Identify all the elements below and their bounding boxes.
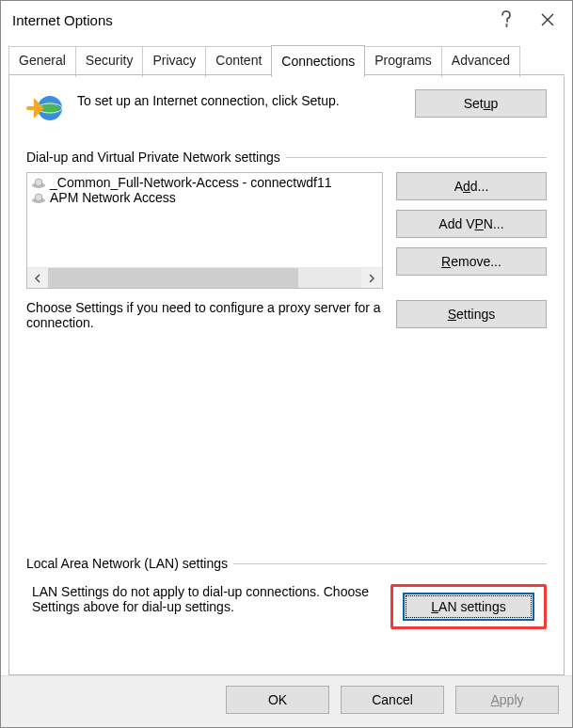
scroll-thumb[interactable] (48, 268, 298, 288)
lan-highlight: LAN settings (390, 584, 547, 629)
dialup-block: _Common_Full-Network-Access - connectwdf… (26, 172, 547, 289)
titlebar: Internet Options (1, 1, 572, 39)
lan-row: LAN Settings do not apply to dial-up con… (26, 584, 547, 629)
list-item[interactable]: _Common_Full-Network-Access - connectwdf… (29, 175, 380, 190)
rule (233, 563, 547, 564)
tab-general[interactable]: General (8, 46, 76, 77)
list-item[interactable]: APM Network Access (29, 190, 380, 205)
bottom-pad (26, 629, 547, 657)
chevron-right-icon (368, 274, 375, 283)
add-button[interactable]: Add... (396, 172, 547, 200)
tab-security[interactable]: Security (75, 46, 144, 77)
scroll-track[interactable] (48, 268, 361, 288)
tabstrip: General Security Privacy Content Connect… (1, 39, 572, 75)
dialup-listitems: _Common_Full-Network-Access - connectwdf… (27, 173, 382, 267)
tab-privacy[interactable]: Privacy (142, 46, 206, 77)
close-icon (541, 13, 554, 26)
connections-panel: To set up an Internet connection, click … (8, 76, 565, 675)
dialup-listbox[interactable]: _Common_Full-Network-Access - connectwdf… (26, 172, 383, 289)
lan-help-text: LAN Settings do not apply to dial-up con… (26, 584, 377, 614)
list-item-label: APM Network Access (50, 190, 176, 205)
svg-point-0 (506, 25, 508, 27)
add-vpn-button[interactable]: Add VPN... (396, 210, 547, 238)
lan-section-header: Local Area Network (LAN) settings (26, 556, 547, 571)
network-icon (31, 192, 46, 203)
spacer (26, 330, 547, 550)
list-item-label: _Common_Full-Network-Access - connectwdf… (50, 175, 332, 190)
setup-button[interactable]: Setup (415, 89, 547, 118)
setup-text: To set up an Internet connection, click … (77, 89, 402, 108)
tab-programs[interactable]: Programs (364, 46, 442, 77)
dialup-header-label: Dial-up and Virtual Private Network sett… (26, 150, 286, 165)
window-title: Internet Options (12, 12, 485, 28)
apply-button[interactable]: Apply (455, 686, 559, 714)
chevron-left-icon (34, 274, 41, 283)
ok-button[interactable]: OK (226, 686, 329, 714)
cancel-button[interactable]: Cancel (341, 686, 444, 714)
svg-point-6 (35, 194, 42, 201)
list-scrollbar[interactable] (27, 267, 382, 288)
dialup-button-column: Add... Add VPN... Remove... (396, 172, 547, 289)
svg-point-4 (35, 179, 42, 186)
settings-button[interactable]: Settings (396, 300, 547, 328)
remove-button[interactable]: Remove... (396, 247, 547, 276)
dialup-help-text: Choose Settings if you need to configure… (26, 300, 383, 330)
tab-advanced[interactable]: Advanced (441, 46, 520, 77)
dialog-buttons: OK Cancel Apply (1, 675, 572, 727)
network-icon (31, 177, 46, 188)
lan-header-label: Local Area Network (LAN) settings (26, 556, 233, 571)
close-button[interactable] (527, 2, 568, 38)
help-button[interactable] (485, 2, 527, 38)
scroll-right-button[interactable] (361, 268, 382, 288)
help-icon (500, 10, 513, 29)
dialup-section-header: Dial-up and Virtual Private Network sett… (26, 150, 547, 165)
lan-settings-button[interactable]: LAN settings (403, 593, 534, 621)
tab-connections[interactable]: Connections (271, 45, 365, 76)
rule (286, 157, 547, 158)
settings-btn-col: Settings (396, 300, 547, 328)
globe-arrow-icon (26, 89, 64, 127)
dialup-help-row: Choose Settings if you need to configure… (26, 300, 547, 330)
scroll-left-button[interactable] (27, 268, 48, 288)
internet-options-dialog: Internet Options General Security Privac… (0, 0, 573, 728)
setup-row: To set up an Internet connection, click … (26, 89, 547, 127)
tab-content[interactable]: Content (205, 46, 272, 77)
